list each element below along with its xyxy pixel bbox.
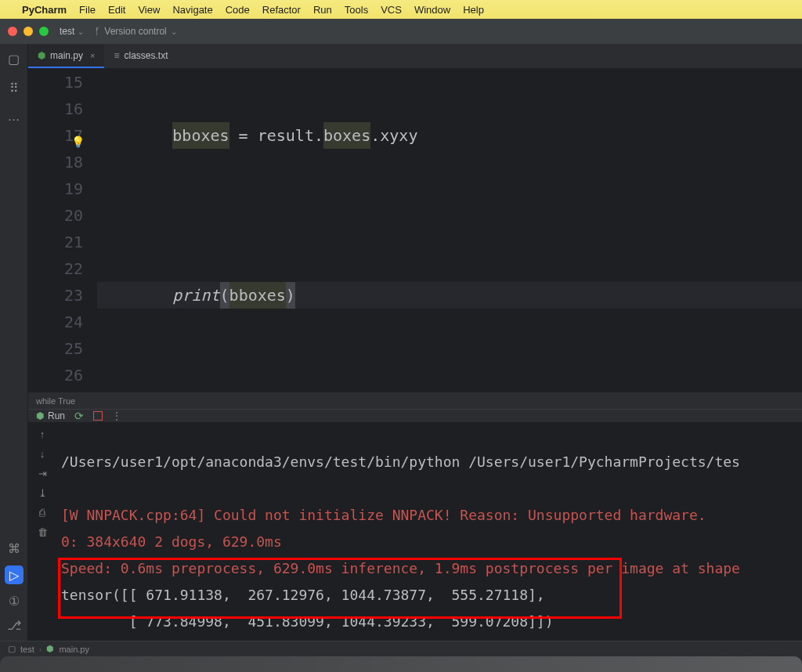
menu-tools[interactable]: Tools: [345, 4, 368, 16]
chevron-down-icon: ⌄: [171, 27, 177, 36]
python-file-icon: ⬢: [46, 644, 54, 654]
run-tool-window: ⬢ Run ⟳ ⋮ ↑ ↓ ⇥ ⤓ ⎙ 🗑 /Users/user1/opt/a…: [28, 409, 802, 641]
titlebar: test ⌄ ᚶ Version control ⌄: [0, 19, 802, 44]
code-area[interactable]: bboxes = result.boxes.xyxy print(bboxes)…: [97, 69, 802, 392]
terminal-icon[interactable]: ⌘: [8, 541, 20, 556]
console-warning: [W NNPACK.cpp:64] Could not initialize N…: [61, 507, 706, 523]
breadcrumb[interactable]: while True: [28, 392, 802, 409]
project-name: test: [60, 26, 74, 37]
up-icon[interactable]: ↑: [40, 428, 45, 440]
line-gutter: 15 16 17💡 18 19 20 21 22 23 24 25 26: [28, 69, 97, 392]
editor-tabs: ⬢ main.py × ≡ classes.txt: [28, 44, 802, 69]
console-output[interactable]: /Users/user1/opt/anaconda3/envs/test/bin…: [56, 422, 802, 672]
minimize-icon[interactable]: [23, 27, 33, 36]
app-name[interactable]: PyCharm: [22, 4, 67, 16]
tab-label: main.py: [50, 50, 83, 61]
down-icon[interactable]: ↓: [40, 448, 45, 460]
menu-navigate[interactable]: Navigate: [172, 4, 212, 16]
console-tensor-1: tensor([[ 671.91138, 267.12976, 1044.738…: [61, 587, 545, 603]
console-tensor-2: [ 773.84998, 451.83099, 1044.39233, 599.…: [61, 613, 554, 630]
statusbar: ▢ test › ⬢ main.py: [0, 641, 802, 656]
menu-run[interactable]: Run: [313, 4, 332, 16]
mac-menubar: PyCharm File Edit View Navigate Code Ref…: [0, 0, 802, 19]
maximize-icon[interactable]: [39, 27, 49, 36]
console-detection: 0: 384x640 2 dogs, 629.0ms: [61, 533, 282, 550]
menu-code[interactable]: Code: [226, 4, 250, 16]
menu-edit[interactable]: Edit: [108, 4, 125, 16]
status-folder-icon: ▢: [8, 644, 16, 654]
trash-icon[interactable]: 🗑: [38, 526, 48, 538]
menu-file[interactable]: File: [79, 4, 96, 16]
status-folder[interactable]: test: [20, 645, 34, 654]
menu-help[interactable]: Help: [463, 4, 484, 16]
more-options-icon[interactable]: ⋮: [112, 410, 121, 421]
menu-vcs[interactable]: VCS: [381, 4, 402, 16]
stop-icon[interactable]: [93, 411, 103, 421]
chevron-down-icon: ⌄: [78, 27, 84, 36]
menu-view[interactable]: View: [138, 4, 160, 16]
rerun-icon[interactable]: ⟳: [74, 410, 84, 422]
close-icon[interactable]: ×: [90, 51, 95, 60]
bottom-left-toolbar: ⌘ ▷ ① ⎇: [0, 44, 28, 641]
menu-window[interactable]: Window: [414, 4, 450, 16]
console-cmd: /Users/user1/opt/anaconda3/envs/test/bin…: [61, 453, 740, 470]
traffic-lights: [8, 27, 49, 36]
tab-main-py[interactable]: ⬢ main.py ×: [28, 45, 104, 68]
menu-refactor[interactable]: Refactor: [262, 4, 301, 16]
soft-wrap-icon[interactable]: ⇥: [38, 468, 47, 479]
run-tab[interactable]: ⬢ Run: [36, 410, 65, 421]
console-speed: Speed: 0.6ms preprocess, 629.0ms inferen…: [61, 560, 740, 576]
project-selector[interactable]: test ⌄: [60, 26, 84, 37]
print-icon[interactable]: ⎙: [39, 507, 45, 518]
branch-icon: ᚶ: [95, 26, 100, 37]
close-icon[interactable]: [8, 27, 17, 36]
scroll-toggle-icon[interactable]: ⤓: [38, 487, 47, 499]
problems-icon[interactable]: ①: [9, 594, 20, 609]
run-tool-icon[interactable]: ▷: [5, 565, 23, 584]
breadcrumb-label: while True: [36, 396, 75, 406]
python-file-icon: ⬢: [38, 50, 45, 61]
mac-dock-hint: [0, 656, 802, 672]
run-label: Run: [48, 410, 65, 421]
python-icon: ⬢: [36, 410, 44, 421]
code-editor[interactable]: 15 16 17💡 18 19 20 21 22 23 24 25 26 bbo…: [28, 69, 802, 392]
text-file-icon: ≡: [114, 50, 119, 61]
vcs-label: Version control: [104, 26, 166, 37]
tab-label: classes.txt: [124, 50, 168, 61]
vcs-selector[interactable]: ᚶ Version control ⌄: [95, 26, 176, 37]
tab-classes-txt[interactable]: ≡ classes.txt: [104, 45, 177, 68]
status-file[interactable]: main.py: [59, 645, 89, 654]
run-side-toolbar: ↑ ↓ ⇥ ⤓ ⎙ 🗑: [28, 422, 56, 672]
git-icon[interactable]: ⎇: [7, 618, 21, 633]
